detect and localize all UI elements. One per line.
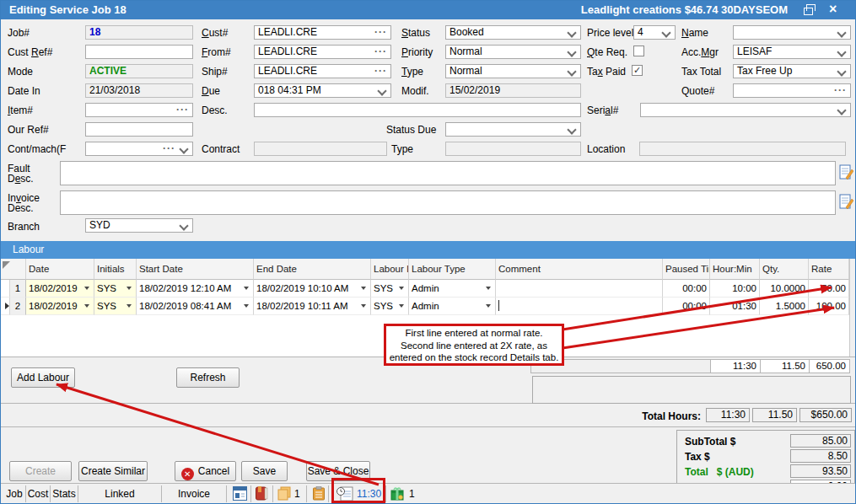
cell-qty[interactable]: 10.0000 (760, 280, 809, 298)
dropdown-arrow-icon[interactable] (244, 287, 249, 290)
cust-field[interactable]: LEADLI.CRE··· (254, 25, 391, 40)
col-header-paused-time[interactable]: Paused Time (663, 259, 710, 280)
cell-end-date[interactable]: 18/02/2019 10:11 AM (254, 298, 371, 315)
col-header-end-date[interactable]: End Date (254, 259, 371, 280)
create-quote-button[interactable]: Create Quote (9, 461, 72, 481)
cell-comment[interactable] (496, 298, 663, 315)
col-header-qty[interactable]: Qty. (760, 259, 809, 280)
cell-rate[interactable]: 100.00 (809, 298, 849, 315)
tax-total-select[interactable]: Tax Free Up (733, 64, 851, 78)
grid-corner-cell[interactable] (1, 259, 26, 280)
cell-labour-type[interactable]: Admin (409, 298, 496, 315)
book-icon[interactable] (256, 486, 268, 501)
dropdown-arrow-icon[interactable] (399, 304, 404, 308)
cell-qty[interactable]: 1.5000 (760, 298, 809, 315)
cell-paused-time[interactable]: 00:00 (663, 280, 710, 298)
tax-paid-checkbox[interactable]: ✓ (632, 65, 643, 76)
ellipsis-icon[interactable]: ··· (374, 26, 387, 39)
cell-start-date[interactable]: 18/02/2019 08:41 AM (137, 298, 254, 315)
branch-select[interactable]: SYD (85, 218, 193, 233)
close-icon[interactable]: × (829, 2, 837, 17)
gift-icon[interactable] (390, 486, 405, 501)
dropdown-arrow-icon[interactable] (127, 287, 132, 290)
cell-start-date[interactable]: 18/02/2019 12:10 AM (137, 280, 254, 298)
cell-paused-time[interactable]: 00:00 (663, 298, 710, 315)
ellipsis-icon[interactable]: ··· (163, 142, 175, 155)
dropdown-arrow-icon[interactable] (361, 304, 366, 308)
refresh-button[interactable]: Refresh (176, 367, 240, 388)
quote-field[interactable]: ··· (733, 83, 851, 98)
our-ref-field[interactable] (85, 122, 193, 137)
from-field[interactable]: LEADLI.CRE··· (254, 45, 391, 59)
tab-linked-jobs-quotes[interactable]: Linked Jobs/Quotes (78, 485, 161, 502)
row-number[interactable]: 1 (10, 280, 26, 298)
add-labour-button[interactable]: Add Labour (11, 367, 75, 388)
report-icon[interactable] (233, 486, 247, 501)
copy-pages-icon[interactable] (277, 486, 291, 501)
qte-req-checkbox[interactable] (633, 46, 644, 56)
cell-rate[interactable]: 50.00 (809, 280, 849, 298)
cell-initials[interactable]: SYS (94, 280, 137, 298)
cell-date[interactable]: 18/02/2019 (26, 280, 94, 298)
annotation-highlight-rect (331, 478, 385, 503)
ellipsis-icon[interactable]: ··· (176, 104, 189, 116)
col-header-date[interactable]: Date (26, 259, 94, 280)
status-due-select[interactable] (445, 122, 581, 137)
status-select[interactable]: Booked (445, 25, 581, 40)
cell-hour-min[interactable]: 10:00 (710, 280, 760, 298)
cell-comment[interactable] (496, 280, 663, 298)
save-button[interactable]: Save (241, 461, 288, 481)
date-in-field: 21/03/2018 (85, 83, 193, 98)
col-header-labour-type[interactable]: Labour Type (409, 259, 496, 280)
col-header-initials[interactable]: Initials (94, 259, 137, 280)
cell-hour-min[interactable]: 01:30 (710, 298, 760, 315)
cont-mach-combo[interactable]: ··· (85, 142, 193, 156)
dropdown-arrow-icon[interactable] (84, 304, 89, 308)
priority-select[interactable]: Normal (445, 45, 581, 59)
col-header-comment[interactable]: Comment (496, 259, 663, 280)
dropdown-arrow-icon[interactable] (486, 304, 491, 308)
name-select[interactable] (733, 25, 851, 40)
dropdown-arrow-icon[interactable] (127, 304, 132, 308)
ship-field[interactable]: LEADLI.CRE··· (254, 64, 391, 78)
type-select[interactable]: Normal (445, 64, 581, 78)
dropdown-arrow-icon[interactable] (244, 304, 249, 308)
invoice-desc-field[interactable] (60, 190, 836, 215)
clipboard-icon[interactable] (313, 486, 325, 501)
create-similar-button[interactable]: Create Similar (78, 461, 148, 481)
cancel-button[interactable]: ✕Cancel (175, 461, 236, 481)
cust-ref-field[interactable] (85, 45, 193, 59)
restore-icon[interactable] (804, 8, 813, 15)
col-header-labour-init[interactable]: Labour Init (371, 259, 409, 280)
desc-field[interactable] (254, 103, 581, 117)
ellipsis-icon[interactable]: ··· (374, 65, 387, 78)
tab-invoice-details[interactable]: Invoice Details (162, 485, 226, 502)
dropdown-arrow-icon[interactable] (361, 287, 366, 290)
ellipsis-icon[interactable]: ··· (834, 84, 847, 97)
tab-stats[interactable]: Stats (51, 485, 78, 502)
serial-select[interactable] (640, 103, 851, 117)
cell-labour-type[interactable]: Admin (409, 280, 496, 298)
dropdown-arrow-icon[interactable] (84, 287, 89, 290)
ellipsis-icon[interactable]: ··· (374, 46, 387, 58)
col-header-rate[interactable]: Rate (809, 259, 849, 280)
fault-desc-field[interactable] (60, 161, 836, 185)
col-header-start-date[interactable]: Start Date (137, 259, 254, 280)
col-header-hour-min[interactable]: Hour:Min (710, 259, 760, 280)
cell-labour-init[interactable]: SYS (371, 298, 409, 315)
price-level-select[interactable]: 4 (633, 25, 676, 40)
dropdown-arrow-icon[interactable] (486, 287, 491, 290)
edit-note-icon[interactable] (839, 194, 853, 210)
cell-initials[interactable]: SYS (94, 298, 137, 315)
cell-date[interactable]: 18/02/2019 (26, 298, 94, 315)
tab-job[interactable]: Job (3, 485, 25, 502)
dropdown-arrow-icon[interactable] (399, 287, 404, 290)
acc-mgr-select[interactable]: LEISAF (733, 45, 851, 59)
item-field[interactable]: ··· (85, 103, 193, 117)
cell-labour-init[interactable]: SYS (371, 280, 409, 298)
tab-cost[interactable]: Cost (26, 485, 50, 502)
due-combo[interactable]: 018 04:31 PM (254, 83, 391, 98)
edit-note-icon[interactable] (839, 164, 853, 180)
cell-end-date[interactable]: 18/02/2019 10:10 AM (254, 280, 371, 298)
row-number[interactable]: 2 (10, 298, 26, 315)
